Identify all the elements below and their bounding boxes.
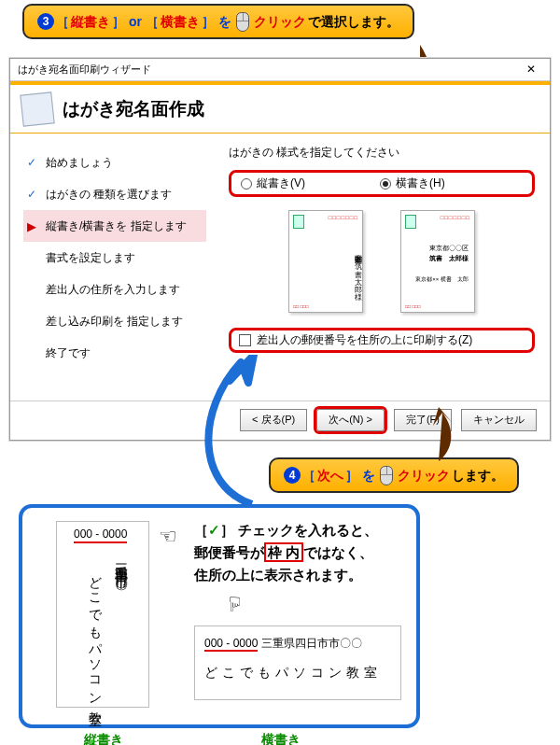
explanation-text: ［✓］ チェックを入れると、 郵便番号が枠 内ではなく、 住所の上に表示されます… xyxy=(194,519,411,586)
next-button[interactable]: 次へ(N) > xyxy=(316,409,385,431)
example-horizontal-card: 000 - 0000 三重県四日市市〇〇 どこでもパソコン教室 xyxy=(194,626,401,700)
cancel-button[interactable]: キャンセル xyxy=(461,409,537,431)
preview-vertical: □□□□□□□ 東京都〇〇区 筑 書 太 郎 様 □□ □□□ xyxy=(288,210,363,313)
step-number-4: 4 xyxy=(284,467,301,484)
back-button[interactable]: < 戻る(P) xyxy=(240,409,307,431)
mouse-icon xyxy=(380,466,393,485)
checkbox-icon[interactable] xyxy=(239,334,251,346)
step-item: ·終了です xyxy=(23,337,206,369)
caption-vertical: 縦書き xyxy=(84,732,123,745)
step-item-active: ▶縦書き/横書きを 指定します xyxy=(23,210,206,242)
mouse-icon xyxy=(236,12,249,32)
instruction-bubble-3: 3 ［ 縦書き ］ or ［ 横書き ］ を クリック で選択します。 xyxy=(22,4,414,39)
dialog-banner: はがき宛名面作成 xyxy=(10,81,550,134)
explanation-panel: 000 - 0000 三重県四日市市〇〇 どこでもパソコン教室 ☜ ［✓］ チェ… xyxy=(19,504,420,728)
dialog-title: はがき宛名面印刷ウィザード xyxy=(18,63,151,77)
dialog-titlebar: はがき宛名面印刷ウィザード ✕ xyxy=(10,59,550,81)
pointer-hand-down-icon: ☜ xyxy=(226,592,245,616)
close-button[interactable]: ✕ xyxy=(516,61,546,77)
step-item: ·書式を設定します xyxy=(23,242,206,274)
example-vertical-address: 三重県四日市市〇〇 xyxy=(113,554,130,570)
step-item: ✓始めましょう xyxy=(23,147,206,178)
pointer-hand-icon: ☜ xyxy=(159,525,177,549)
preview-horizontal: □□□□□□□ 東京都〇〇区筑書 太郎様東京都×× 横書 太郎 □□ □□□ xyxy=(400,210,475,313)
orientation-previews: □□□□□□□ 東京都〇〇区 筑 書 太 郎 様 □□ □□□ □□□□□□□ … xyxy=(229,210,535,313)
instruction-bubble-4: 4 ［ 次へ ］ を クリック します。 xyxy=(269,457,519,493)
step-item: ·差し込み印刷を 指定します xyxy=(23,305,206,337)
caption-horizontal: 横書き xyxy=(261,732,301,745)
wizard-content-pane: はがきの 様式を指定してください 縦書き(V) 横書き(H) □□□□□□□ 東… xyxy=(214,134,550,401)
radio-vertical[interactable]: 縦書き(V) xyxy=(241,176,305,191)
step-item: ✓はがきの 種類を選びます xyxy=(23,178,206,210)
orientation-radio-group: 縦書き(V) 横書き(H) xyxy=(229,170,535,197)
wizard-dialog: はがき宛名面印刷ウィザード ✕ はがき宛名面作成 ✓始めましょう ✓はがきの 種… xyxy=(9,58,551,441)
dialog-heading: はがき宛名面作成 xyxy=(63,97,204,121)
pane-caption: はがきの 様式を指定してください xyxy=(229,145,535,161)
doc-icon xyxy=(20,91,54,126)
finish-button[interactable]: 完了(F) xyxy=(394,409,452,431)
step-item: ·差出人の住所を入力します xyxy=(23,274,206,305)
wizard-steps-list: ✓始めましょう ✓はがきの 種類を選びます ▶縦書き/横書きを 指定します ·書… xyxy=(10,134,214,401)
example-vertical-school: どこでもパソコン教室 xyxy=(87,567,104,705)
dialog-footer: < 戻る(P) 次へ(N) > 完了(F) キャンセル xyxy=(10,401,550,438)
radio-horizontal[interactable]: 横書き(H) xyxy=(380,176,445,191)
example-vertical-card: 000 - 0000 三重県四日市市〇〇 どこでもパソコン教室 xyxy=(56,521,149,708)
sender-zip-checkbox-row[interactable]: 差出人の郵便番号を住所の上に印刷する(Z) xyxy=(229,328,535,353)
step-number-3: 3 xyxy=(37,13,54,30)
